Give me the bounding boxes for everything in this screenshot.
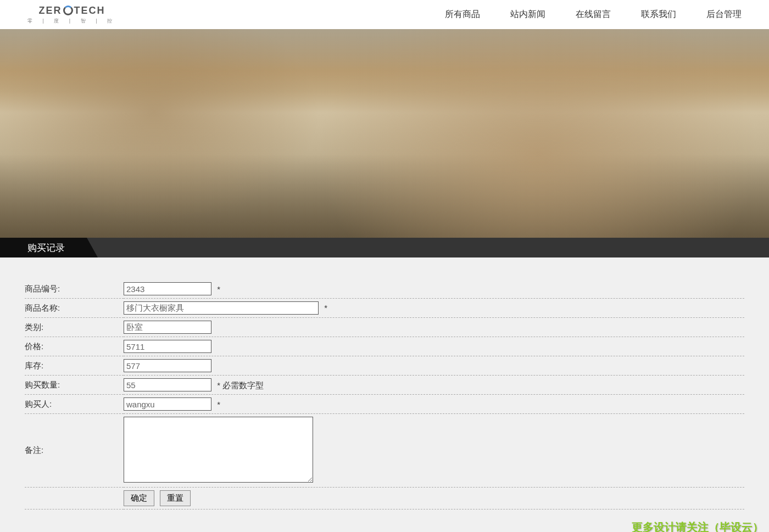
label-product-name: 商品名称: bbox=[25, 299, 124, 318]
page-title: 购买记录 bbox=[0, 238, 98, 257]
label-product-id: 商品编号: bbox=[25, 279, 124, 299]
textarea-remark[interactable] bbox=[124, 417, 313, 483]
note-buyer: * bbox=[217, 400, 220, 409]
logo-main: ZER TECH bbox=[39, 5, 105, 16]
row-product-name: 商品名称: * bbox=[25, 299, 744, 318]
input-buyer[interactable] bbox=[124, 397, 211, 411]
note-quantity: * 必需数字型 bbox=[217, 380, 264, 390]
input-price[interactable] bbox=[124, 340, 211, 353]
label-stock: 库存: bbox=[25, 356, 124, 376]
header: ZER TECH 零 | 度 | 智 | 控 所有商品 站内新闻 在线留言 联系… bbox=[0, 0, 769, 29]
input-quantity[interactable] bbox=[124, 378, 211, 391]
row-remark: 备注: bbox=[25, 414, 744, 488]
content: 商品编号: * 商品名称: * 类别: 价格: bbox=[0, 257, 769, 532]
nav: 所有商品 站内新闻 在线留言 联系我们 后台管理 bbox=[445, 9, 742, 20]
logo-text1: ZER bbox=[39, 5, 62, 16]
nav-admin[interactable]: 后台管理 bbox=[706, 9, 742, 20]
label-quantity: 购买数量: bbox=[25, 376, 124, 395]
row-product-id: 商品编号: * bbox=[25, 279, 744, 299]
row-quantity: 购买数量: * 必需数字型 bbox=[25, 376, 744, 395]
nav-all-products[interactable]: 所有商品 bbox=[445, 9, 480, 20]
input-product-name[interactable] bbox=[124, 301, 319, 315]
label-remark: 备注: bbox=[25, 414, 124, 488]
logo-sub: 零 | 度 | 智 | 控 bbox=[27, 18, 116, 25]
input-product-id[interactable] bbox=[124, 282, 211, 295]
row-category: 类别: bbox=[25, 318, 744, 337]
hero-banner bbox=[0, 29, 769, 238]
row-stock: 库存: bbox=[25, 356, 744, 376]
ok-button[interactable]: 确定 bbox=[124, 490, 154, 506]
label-buyer: 购买人: bbox=[25, 395, 124, 414]
logo-text2: TECH bbox=[74, 5, 105, 16]
logo: ZER TECH 零 | 度 | 智 | 控 bbox=[27, 5, 116, 25]
logo-o-icon bbox=[63, 5, 73, 15]
input-category[interactable] bbox=[124, 321, 211, 334]
input-stock[interactable] bbox=[124, 359, 211, 372]
label-category: 类别: bbox=[25, 318, 124, 337]
title-bar: 购买记录 bbox=[0, 238, 769, 257]
row-buttons: 确定 重置 bbox=[25, 488, 744, 509]
note-product-name: * bbox=[324, 303, 327, 312]
row-price: 价格: bbox=[25, 337, 744, 356]
reset-button[interactable]: 重置 bbox=[160, 490, 191, 506]
form-table: 商品编号: * 商品名称: * 类别: 价格: bbox=[25, 279, 744, 509]
label-price: 价格: bbox=[25, 337, 124, 356]
nav-contact-us[interactable]: 联系我们 bbox=[641, 9, 676, 20]
nav-site-news[interactable]: 站内新闻 bbox=[510, 9, 545, 20]
nav-online-message[interactable]: 在线留言 bbox=[576, 9, 611, 20]
row-buyer: 购买人: * bbox=[25, 395, 744, 414]
note-product-id: * bbox=[217, 284, 220, 294]
